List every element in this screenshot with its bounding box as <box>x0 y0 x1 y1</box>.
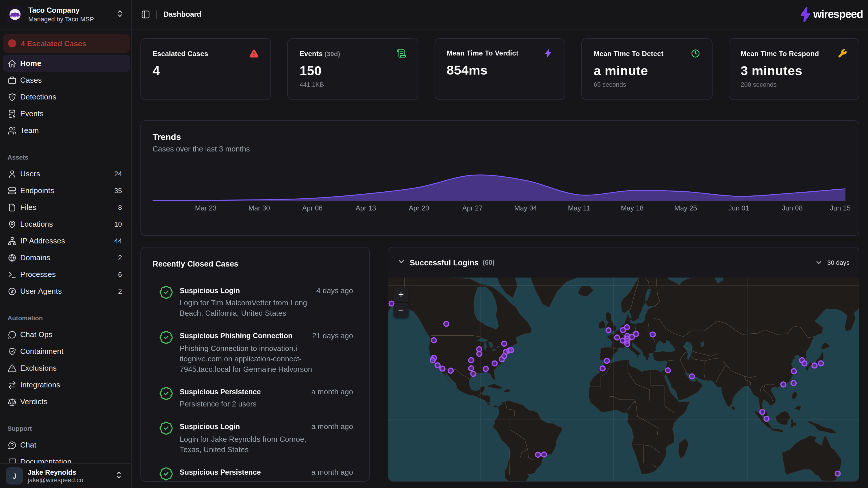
svg-text:Jun 01: Jun 01 <box>728 204 749 212</box>
svg-text:Mar 23: Mar 23 <box>195 204 217 212</box>
svg-text:Mar 30: Mar 30 <box>248 204 270 212</box>
svg-text:Jun 15: Jun 15 <box>830 204 851 212</box>
svg-text:Apr 27: Apr 27 <box>462 204 483 212</box>
svg-text:May 04: May 04 <box>514 204 537 212</box>
svg-text:May 18: May 18 <box>621 204 644 212</box>
svg-text:Jun 08: Jun 08 <box>782 204 803 212</box>
svg-text:Apr 06: Apr 06 <box>302 204 323 212</box>
svg-text:May 25: May 25 <box>674 204 697 212</box>
svg-text:Apr 20: Apr 20 <box>409 204 429 212</box>
svg-text:Apr 13: Apr 13 <box>356 204 376 212</box>
svg-text:May 11: May 11 <box>568 204 590 212</box>
